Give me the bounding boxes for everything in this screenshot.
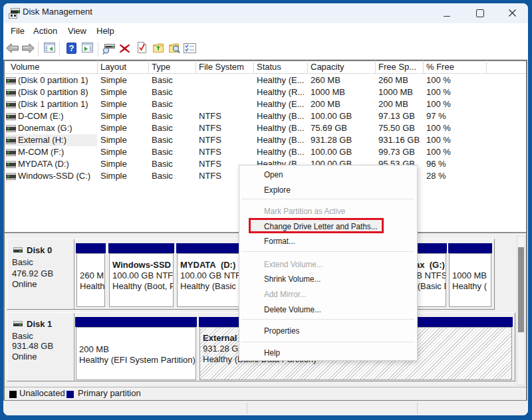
svg-text:?: ?	[69, 43, 74, 53]
